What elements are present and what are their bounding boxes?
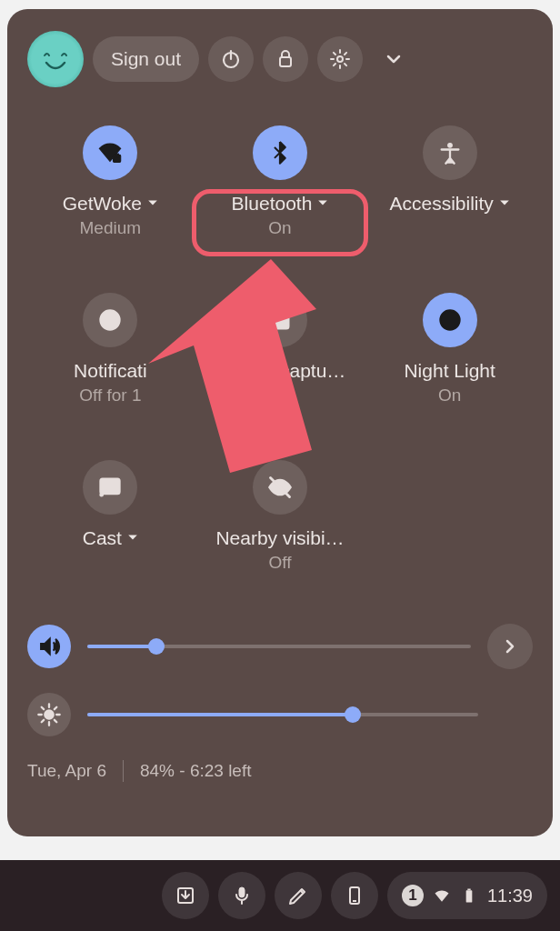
chevron-down-icon: [127, 530, 138, 546]
brightness-slider-row: [27, 693, 533, 736]
accessibility-label-row[interactable]: Accessibility: [389, 193, 509, 215]
settings-button[interactable]: [317, 36, 363, 82]
chevron-down-icon: [317, 195, 328, 212]
chevron-down-icon: [499, 195, 510, 212]
volume-slider-row: [27, 624, 533, 669]
brightness-icon[interactable]: [27, 693, 71, 736]
svg-rect-23: [467, 889, 470, 891]
night-light-label: Night Light: [404, 360, 495, 382]
slider-thumb[interactable]: [148, 638, 165, 655]
footer-battery: 84% - 6:23 left: [140, 761, 252, 781]
bluetooth-label: Bluetooth: [232, 193, 313, 215]
cast-label: Cast: [83, 527, 122, 549]
wifi-label: GetWoke: [63, 193, 142, 215]
bluetooth-sub: On: [268, 218, 291, 238]
svg-point-6: [447, 144, 452, 148]
wifi-sub: Medium: [80, 218, 142, 238]
tile-screen-capture: Screen captu…: [197, 293, 364, 420]
tile-bluetooth: Bluetooth On: [197, 125, 364, 253]
collapse-button[interactable]: [374, 39, 414, 79]
svg-point-3: [337, 56, 343, 62]
screen-capture-label-row[interactable]: Screen captu…: [215, 360, 346, 382]
screen-capture-icon[interactable]: [253, 293, 307, 347]
tile-cast: Cast: [27, 460, 194, 587]
bluetooth-icon[interactable]: [253, 125, 307, 180]
nearby-label-row[interactable]: Nearby visibi…: [215, 527, 344, 549]
sign-out-button[interactable]: Sign out: [93, 36, 199, 82]
svg-point-13: [100, 493, 104, 496]
panel-footer: Tue, Apr 6 84% - 6:23 left: [27, 760, 533, 782]
phone-hub-button[interactable]: [331, 872, 378, 919]
notification-badge: 1: [402, 885, 424, 906]
night-light-sub: On: [438, 385, 461, 405]
night-light-label-row[interactable]: Night Light: [404, 360, 495, 382]
audio-expand-button[interactable]: [487, 624, 533, 669]
tile-night-light: Night Light On: [366, 293, 533, 420]
bluetooth-label-row[interactable]: Bluetooth: [232, 193, 329, 215]
nearby-sub: Off: [268, 553, 291, 573]
taskbar-clock: 11:39: [487, 886, 533, 906]
status-tray[interactable]: 1 11:39: [387, 872, 547, 919]
volume-icon[interactable]: [27, 625, 71, 668]
stylus-button[interactable]: [275, 872, 322, 919]
cast-label-row[interactable]: Cast: [83, 527, 138, 549]
notifications-label: Notificati: [74, 360, 147, 382]
svg-rect-19: [239, 887, 245, 897]
downloads-button[interactable]: [162, 872, 209, 919]
tile-wifi: GetWoke Medium: [27, 125, 194, 253]
tile-notifications: Notificati Off for 1: [27, 293, 194, 420]
tiles-grid: GetWoke Medium Bluetooth On Accessibilit…: [27, 125, 533, 587]
nearby-label: Nearby visibi…: [215, 527, 344, 549]
night-light-icon[interactable]: [423, 293, 477, 347]
footer-date: Tue, Apr 6: [27, 761, 106, 781]
svg-rect-2: [280, 57, 291, 66]
notifications-label-row[interactable]: Notificati: [74, 360, 147, 382]
cast-icon[interactable]: [83, 460, 137, 515]
brightness-slider[interactable]: [87, 713, 478, 716]
svg-point-10: [276, 317, 283, 324]
battery-status-icon: [460, 886, 478, 905]
accessibility-icon[interactable]: [423, 125, 477, 180]
user-avatar[interactable]: [27, 31, 84, 87]
do-not-disturb-icon[interactable]: [83, 293, 137, 347]
accessibility-label: Accessibility: [389, 193, 493, 215]
wifi-status-icon: [433, 886, 451, 905]
power-button[interactable]: [208, 36, 254, 82]
panel-header: Sign out: [27, 31, 533, 87]
visibility-off-icon[interactable]: [253, 460, 307, 515]
volume-slider[interactable]: [87, 645, 471, 648]
lock-button[interactable]: [263, 36, 308, 82]
taskbar: 1 11:39: [0, 860, 560, 931]
sliders-section: [27, 624, 533, 736]
quick-settings-panel: Sign out GetWoke Medium: [7, 9, 553, 836]
wifi-icon[interactable]: [83, 125, 137, 180]
chevron-down-icon: [147, 195, 158, 212]
wifi-label-row[interactable]: GetWoke: [63, 193, 158, 215]
divider: [123, 760, 124, 782]
microphone-button[interactable]: [218, 872, 265, 919]
svg-point-16: [45, 710, 53, 718]
tile-nearby: Nearby visibi… Off: [197, 460, 364, 587]
svg-rect-22: [466, 890, 473, 902]
tile-accessibility: Accessibility: [366, 125, 533, 253]
screen-capture-label: Screen captu…: [215, 360, 346, 382]
slider-thumb[interactable]: [345, 706, 361, 723]
notifications-sub: Off for 1: [79, 385, 141, 405]
svg-rect-5: [115, 154, 118, 157]
